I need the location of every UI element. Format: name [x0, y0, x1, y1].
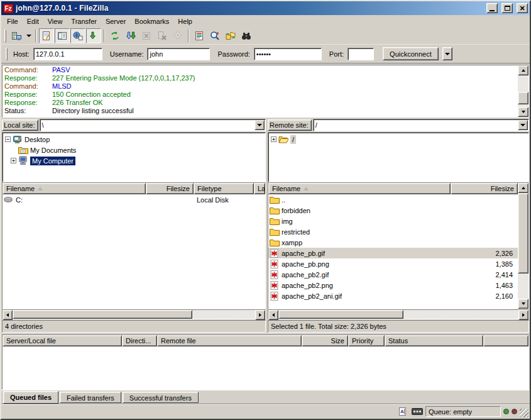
menu-help[interactable]: Help [173, 16, 197, 26]
sync-browse-button[interactable] [223, 28, 238, 43]
expand-icon[interactable]: + [11, 158, 16, 163]
scroll-down-button[interactable] [518, 107, 528, 117]
file-row-selected[interactable]: apache_pb.gif2,326 [268, 248, 518, 258]
expand-icon[interactable]: + [271, 136, 276, 142]
scroll-thumb[interactable] [518, 92, 528, 104]
tree-item-root[interactable]: + / [268, 134, 528, 145]
column-filesize[interactable]: Filesize [146, 183, 194, 194]
file-row-c-drive[interactable]: C: Local Disk [3, 194, 265, 205]
log-scrollbar[interactable] [518, 65, 528, 117]
tree-item-my-computer[interactable]: + My Computer [3, 155, 265, 166]
column-direction[interactable]: Directi... [122, 335, 157, 346]
sync-folders-icon [226, 31, 236, 41]
close-button[interactable]: ✕ [517, 3, 528, 13]
scroll-up-button[interactable] [518, 65, 528, 75]
process-queue-button[interactable] [123, 28, 138, 43]
tab-queued-files[interactable]: Queued files [3, 391, 58, 404]
menu-file[interactable]: File [3, 16, 23, 26]
column-status[interactable]: Status [385, 335, 483, 346]
column-size[interactable]: Size [302, 335, 348, 346]
column-filename[interactable]: Filename [268, 183, 451, 194]
file-row[interactable]: xampp [268, 237, 518, 248]
folder-icon [270, 227, 280, 237]
activity-led-red [512, 409, 517, 414]
quickconnect-dropdown[interactable] [442, 47, 452, 60]
file-row[interactable]: forbidden [268, 205, 518, 216]
column-filename[interactable]: Filename [3, 183, 146, 194]
menu-transfer[interactable]: Transfer [67, 16, 101, 26]
toggle-queue-button[interactable] [86, 28, 101, 43]
menu-view[interactable]: View [43, 16, 67, 26]
file-row[interactable]: apache_pb2.gif2,414 [268, 269, 518, 280]
scroll-left-button[interactable] [268, 310, 278, 320]
refresh-button[interactable] [107, 28, 123, 43]
collapse-icon[interactable]: − [5, 136, 11, 142]
scroll-left-button[interactable] [3, 310, 13, 320]
scroll-right-button[interactable] [255, 310, 265, 320]
remote-list-body: .. forbidden img restricted xampp apache… [268, 194, 518, 309]
file-row[interactable]: apache_pb2.png1,463 [268, 280, 518, 290]
cancel-button[interactable] [139, 28, 154, 43]
remote-vscrollbar[interactable] [518, 183, 528, 309]
file-row[interactable]: img [268, 216, 518, 226]
file-row[interactable]: apache_pb.png1,385 [268, 258, 518, 269]
quickconnect-button[interactable]: Quickconnect [383, 47, 439, 60]
file-row[interactable]: apache_pb2_ani.gif2,160 [268, 290, 518, 301]
site-manager-button[interactable] [9, 28, 24, 43]
minimize-button[interactable] [486, 3, 498, 13]
password-label: Password: [217, 50, 249, 58]
site-manager-dropdown[interactable] [25, 28, 33, 43]
local-hscrollbar[interactable] [2, 309, 266, 319]
local-site-combo[interactable]: \ [40, 119, 266, 131]
username-input[interactable] [147, 48, 210, 60]
reconnect-button[interactable] [170, 28, 185, 43]
file-row[interactable]: restricted [268, 226, 518, 237]
host-input[interactable] [33, 48, 102, 60]
scroll-track[interactable] [518, 193, 528, 299]
menu-bookmarks[interactable]: Bookmarks [130, 16, 173, 26]
encryption-status-icon[interactable] [411, 407, 423, 417]
filter-button[interactable] [192, 28, 207, 43]
tab-successful-transfers[interactable]: Successful transfers [123, 392, 199, 403]
transfer-type-ascii-icon[interactable]: A [397, 407, 408, 417]
remote-hscrollbar[interactable] [268, 309, 529, 319]
column-priority[interactable]: Priority [348, 335, 385, 346]
find-files-button[interactable] [239, 28, 254, 43]
scroll-thumb[interactable] [13, 310, 192, 319]
transfer-queue: Server/Local file Directi... Remote file… [2, 334, 529, 390]
resize-grip[interactable] [520, 409, 528, 417]
column-filetype[interactable]: Filetype [194, 183, 254, 194]
scroll-down-button[interactable] [518, 299, 528, 309]
remote-site-combo[interactable]: / [313, 119, 529, 131]
disconnect-button[interactable] [155, 28, 170, 43]
password-input[interactable] [254, 48, 322, 60]
chevron-down-icon [445, 53, 450, 55]
scroll-track[interactable] [13, 310, 255, 319]
port-input[interactable] [348, 48, 374, 60]
local-site-dropdown[interactable] [255, 120, 265, 130]
tree-item-desktop[interactable]: − Desktop [3, 134, 265, 145]
toggle-remote-tree-button[interactable] [70, 28, 85, 43]
remote-site-dropdown[interactable] [518, 120, 528, 130]
scroll-track[interactable] [278, 310, 518, 319]
file-row[interactable]: .. [268, 194, 518, 205]
scroll-right-button[interactable] [518, 310, 528, 320]
toggle-local-tree-button[interactable] [55, 28, 70, 43]
column-remote-file[interactable]: Remote file [157, 335, 302, 346]
menu-edit[interactable]: Edit [23, 16, 43, 26]
tab-failed-transfers[interactable]: Failed transfers [60, 392, 121, 403]
column-server-local-file[interactable]: Server/Local file [3, 335, 122, 346]
tree-item-my-documents[interactable]: My Documents [3, 145, 265, 155]
scroll-up-button[interactable] [518, 183, 528, 193]
toggle-log-button[interactable] [39, 28, 54, 43]
compare-button[interactable] [207, 28, 222, 43]
column-filesize[interactable]: Filesize [451, 183, 518, 194]
folder-icon [270, 216, 280, 226]
scroll-thumb[interactable] [518, 193, 528, 274]
menu-server[interactable]: Server [101, 16, 130, 26]
scroll-track[interactable] [518, 75, 528, 107]
column-last-modified[interactable]: Last modified [254, 183, 265, 194]
scroll-thumb[interactable] [278, 310, 403, 319]
local-panel: Local site: \ − Desktop [2, 118, 266, 319]
maximize-button[interactable] [501, 3, 513, 13]
